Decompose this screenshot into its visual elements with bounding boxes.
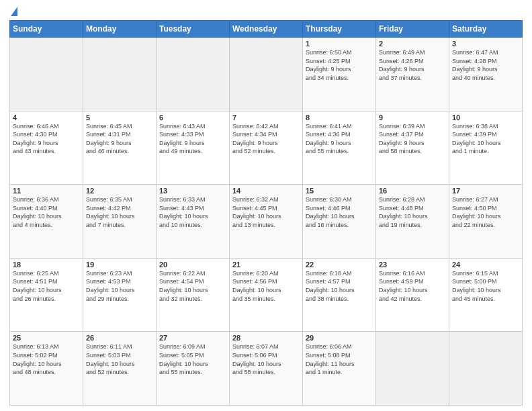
calendar-cell: 29Sunrise: 6:06 AMSunset: 5:08 PMDayligh… [303, 332, 376, 406]
calendar-cell: 6Sunrise: 6:43 AMSunset: 4:33 PMDaylight… [157, 111, 230, 185]
calendar-cell: 24Sunrise: 6:15 AMSunset: 5:00 PMDayligh… [449, 258, 523, 332]
calendar-cell: 19Sunrise: 6:23 AMSunset: 4:53 PMDayligh… [83, 258, 157, 332]
weekday-header-sunday: Sunday [10, 21, 83, 38]
day-number: 27 [159, 334, 226, 342]
day-number: 21 [232, 261, 300, 269]
day-number: 4 [13, 113, 80, 122]
calendar-week-3: 11Sunrise: 6:36 AMSunset: 4:40 PMDayligh… [10, 185, 523, 259]
calendar-week-4: 18Sunrise: 6:25 AMSunset: 4:51 PMDayligh… [10, 258, 523, 332]
day-number: 16 [379, 187, 446, 195]
day-number: 1 [306, 40, 373, 48]
logo-triangle-icon [11, 7, 17, 16]
calendar-header-row: SundayMondayTuesdayWednesdayThursdayFrid… [10, 21, 523, 38]
day-info: Sunrise: 6:22 AMSunset: 4:54 PMDaylight:… [159, 269, 226, 303]
calendar-cell: 2Sunrise: 6:49 AMSunset: 4:26 PMDaylight… [376, 38, 449, 111]
calendar-cell: 28Sunrise: 6:07 AMSunset: 5:06 PMDayligh… [230, 332, 303, 406]
day-info: Sunrise: 6:28 AMSunset: 4:48 PMDaylight:… [379, 195, 446, 229]
day-info: Sunrise: 6:06 AMSunset: 5:08 PMDaylight:… [306, 342, 373, 376]
day-number: 28 [232, 334, 300, 342]
day-info: Sunrise: 6:13 AMSunset: 5:02 PMDaylight:… [13, 342, 80, 376]
day-info: Sunrise: 6:09 AMSunset: 5:05 PMDaylight:… [159, 342, 226, 376]
day-info: Sunrise: 6:49 AMSunset: 4:26 PMDaylight:… [379, 48, 446, 82]
day-number: 6 [159, 113, 226, 122]
calendar-cell: 22Sunrise: 6:18 AMSunset: 4:57 PMDayligh… [303, 258, 376, 332]
weekday-header-thursday: Thursday [303, 21, 376, 38]
calendar-week-2: 4Sunrise: 6:46 AMSunset: 4:30 PMDaylight… [10, 111, 523, 185]
weekday-header-monday: Monday [83, 21, 157, 38]
day-number: 19 [86, 261, 153, 269]
day-number: 15 [306, 187, 373, 195]
calendar-cell: 10Sunrise: 6:38 AMSunset: 4:39 PMDayligh… [449, 111, 523, 185]
day-info: Sunrise: 6:36 AMSunset: 4:40 PMDaylight:… [13, 195, 80, 229]
day-number: 12 [86, 187, 153, 195]
calendar-week-1: 1Sunrise: 6:50 AMSunset: 4:25 PMDaylight… [10, 38, 523, 111]
weekday-header-friday: Friday [376, 21, 449, 38]
calendar-cell: 27Sunrise: 6:09 AMSunset: 5:05 PMDayligh… [157, 332, 230, 406]
calendar-page: SundayMondayTuesdayWednesdayThursdayFrid… [0, 0, 532, 411]
day-info: Sunrise: 6:16 AMSunset: 4:59 PMDaylight:… [379, 269, 446, 303]
calendar-cell [376, 332, 449, 406]
day-number: 24 [452, 261, 519, 269]
day-info: Sunrise: 6:23 AMSunset: 4:53 PMDaylight:… [86, 269, 153, 303]
calendar-cell: 16Sunrise: 6:28 AMSunset: 4:48 PMDayligh… [376, 185, 449, 259]
calendar-table: SundayMondayTuesdayWednesdayThursdayFrid… [9, 20, 523, 406]
day-info: Sunrise: 6:15 AMSunset: 5:00 PMDaylight:… [452, 269, 519, 303]
day-info: Sunrise: 6:30 AMSunset: 4:46 PMDaylight:… [306, 195, 373, 229]
calendar-cell [230, 38, 303, 111]
day-number: 7 [232, 113, 300, 122]
day-number: 5 [86, 113, 153, 122]
calendar-cell: 5Sunrise: 6:45 AMSunset: 4:31 PMDaylight… [83, 111, 157, 185]
calendar-cell: 21Sunrise: 6:20 AMSunset: 4:56 PMDayligh… [230, 258, 303, 332]
day-number: 3 [452, 40, 519, 48]
day-info: Sunrise: 6:39 AMSunset: 4:37 PMDaylight:… [379, 122, 446, 156]
calendar-cell [10, 38, 83, 111]
day-number: 20 [159, 261, 226, 269]
logo [9, 7, 17, 17]
day-number: 14 [232, 187, 300, 195]
calendar-cell: 9Sunrise: 6:39 AMSunset: 4:37 PMDaylight… [376, 111, 449, 185]
calendar-cell: 17Sunrise: 6:27 AMSunset: 4:50 PMDayligh… [449, 185, 523, 259]
day-number: 11 [13, 187, 80, 195]
day-info: Sunrise: 6:33 AMSunset: 4:43 PMDaylight:… [159, 195, 226, 229]
header [9, 7, 523, 17]
weekday-header-tuesday: Tuesday [157, 21, 230, 38]
day-info: Sunrise: 6:35 AMSunset: 4:42 PMDaylight:… [86, 195, 153, 229]
calendar-cell: 3Sunrise: 6:47 AMSunset: 4:28 PMDaylight… [449, 38, 523, 111]
calendar-cell [157, 38, 230, 111]
day-number: 25 [13, 334, 80, 342]
day-info: Sunrise: 6:42 AMSunset: 4:34 PMDaylight:… [232, 122, 300, 156]
day-number: 13 [159, 187, 226, 195]
calendar-cell: 15Sunrise: 6:30 AMSunset: 4:46 PMDayligh… [303, 185, 376, 259]
day-info: Sunrise: 6:20 AMSunset: 4:56 PMDaylight:… [232, 269, 300, 303]
calendar-cell [83, 38, 157, 111]
day-number: 10 [452, 113, 519, 122]
calendar-cell: 1Sunrise: 6:50 AMSunset: 4:25 PMDaylight… [303, 38, 376, 111]
calendar-cell: 20Sunrise: 6:22 AMSunset: 4:54 PMDayligh… [157, 258, 230, 332]
calendar-cell: 14Sunrise: 6:32 AMSunset: 4:45 PMDayligh… [230, 185, 303, 259]
logo-area [9, 7, 17, 17]
day-info: Sunrise: 6:41 AMSunset: 4:36 PMDaylight:… [306, 122, 373, 156]
day-info: Sunrise: 6:46 AMSunset: 4:30 PMDaylight:… [13, 122, 80, 156]
day-info: Sunrise: 6:11 AMSunset: 5:03 PMDaylight:… [86, 342, 153, 376]
calendar-week-5: 25Sunrise: 6:13 AMSunset: 5:02 PMDayligh… [10, 332, 523, 406]
day-number: 29 [306, 334, 373, 342]
day-number: 23 [379, 261, 446, 269]
day-info: Sunrise: 6:32 AMSunset: 4:45 PMDaylight:… [232, 195, 300, 229]
day-info: Sunrise: 6:07 AMSunset: 5:06 PMDaylight:… [232, 342, 300, 376]
calendar-cell [449, 332, 523, 406]
day-info: Sunrise: 6:50 AMSunset: 4:25 PMDaylight:… [306, 48, 373, 82]
calendar-cell: 13Sunrise: 6:33 AMSunset: 4:43 PMDayligh… [157, 185, 230, 259]
weekday-header-saturday: Saturday [449, 21, 523, 38]
day-number: 2 [379, 40, 446, 48]
day-number: 22 [306, 261, 373, 269]
calendar-cell: 25Sunrise: 6:13 AMSunset: 5:02 PMDayligh… [10, 332, 83, 406]
calendar-cell: 26Sunrise: 6:11 AMSunset: 5:03 PMDayligh… [83, 332, 157, 406]
calendar-cell: 12Sunrise: 6:35 AMSunset: 4:42 PMDayligh… [83, 185, 157, 259]
day-info: Sunrise: 6:27 AMSunset: 4:50 PMDaylight:… [452, 195, 519, 229]
day-info: Sunrise: 6:47 AMSunset: 4:28 PMDaylight:… [452, 48, 519, 82]
day-info: Sunrise: 6:18 AMSunset: 4:57 PMDaylight:… [306, 269, 373, 303]
calendar-cell: 18Sunrise: 6:25 AMSunset: 4:51 PMDayligh… [10, 258, 83, 332]
calendar-cell: 11Sunrise: 6:36 AMSunset: 4:40 PMDayligh… [10, 185, 83, 259]
calendar-cell: 7Sunrise: 6:42 AMSunset: 4:34 PMDaylight… [230, 111, 303, 185]
day-number: 18 [13, 261, 80, 269]
